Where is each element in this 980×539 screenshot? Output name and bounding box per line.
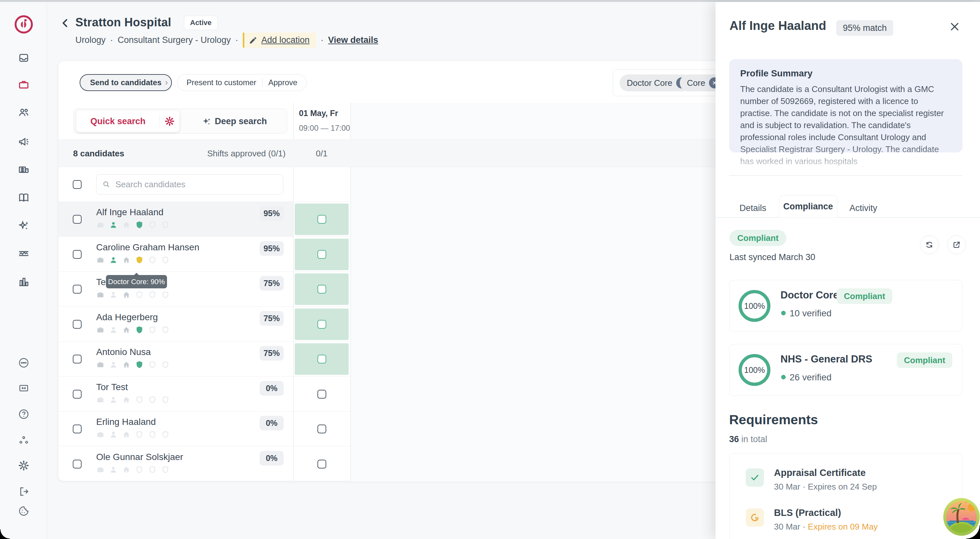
match-percent-badge: 95% (259, 206, 284, 221)
row-checkbox[interactable] (73, 320, 81, 330)
shield-icon (135, 221, 144, 229)
timesheet-icon[interactable] (0, 243, 47, 264)
present-approve-button[interactable]: Present to customer Approve (177, 74, 307, 91)
requirement-title[interactable]: Appraisal Certificate (774, 467, 865, 478)
bar-chart-icon[interactable] (0, 271, 47, 292)
availability-cell[interactable] (295, 343, 348, 375)
requirement-status-icon (746, 469, 764, 486)
users-icon[interactable] (0, 102, 47, 123)
availability-cell[interactable] (295, 204, 348, 235)
megaphone-icon[interactable] (0, 131, 47, 152)
back-button[interactable] (59, 17, 72, 29)
shift-checkbox[interactable] (317, 285, 326, 293)
select-all-checkbox[interactable] (73, 180, 81, 190)
panel-candidate-name: Alf Inge Haaland (729, 19, 826, 33)
row-checkbox[interactable] (73, 250, 81, 260)
shield-icon (148, 221, 157, 229)
briefcase-icon[interactable] (0, 74, 47, 95)
requirements-total: 36 in total (729, 434, 767, 444)
code-icon[interactable] (0, 352, 47, 373)
compliance-card-title: NHS - General DRS (781, 353, 872, 365)
tab-activity[interactable]: Activity (845, 199, 881, 217)
briefcase-icon (96, 431, 105, 439)
book-icon[interactable] (0, 187, 47, 208)
sparkles-icon[interactable] (0, 215, 47, 236)
tab-details[interactable]: Details (735, 199, 771, 217)
row-checkbox[interactable] (73, 285, 81, 295)
close-icon[interactable] (947, 19, 963, 35)
search-settings-gear-icon[interactable] (160, 116, 179, 126)
row-checkbox[interactable] (73, 355, 81, 365)
shift-checkbox[interactable] (317, 390, 326, 399)
candidate-row[interactable]: Te 75% (59, 272, 350, 306)
external-link-icon (952, 240, 961, 249)
availability-cell[interactable] (295, 273, 348, 305)
last-synced-label: Last synced March 30 (729, 252, 815, 262)
app-logo[interactable] (0, 13, 47, 36)
candidate-row[interactable]: Alf Inge Haaland 95% (59, 202, 350, 237)
credential-icons (96, 395, 170, 404)
candidate-search (96, 174, 283, 195)
deep-search-tab[interactable]: Deep search (202, 109, 267, 134)
row-checkbox[interactable] (73, 424, 81, 435)
send-to-candidates-button[interactable]: Send to candidates (80, 74, 172, 91)
person-icon (109, 395, 118, 404)
settings-icon[interactable] (0, 455, 47, 476)
briefcase-icon (96, 291, 105, 299)
requirements-heading: Requirements (729, 412, 818, 427)
availability-cell[interactable] (295, 413, 348, 445)
shield-icon (161, 326, 170, 334)
pencil-icon (249, 36, 257, 45)
candidate-row[interactable]: Antonio Nusa 75% (59, 342, 350, 376)
compliant-badge: Compliant (837, 289, 892, 304)
candidate-row[interactable]: Ole Gunnar Solskjaer 0% (59, 447, 350, 481)
check-icon (750, 473, 760, 482)
candidate-row[interactable]: Erling Haaland 0% (59, 411, 350, 447)
availability-cell[interactable] (295, 448, 348, 480)
shift-checkbox[interactable] (317, 424, 326, 433)
shift-checkbox[interactable] (317, 355, 326, 364)
row-checkbox[interactable] (73, 460, 81, 470)
home-icon (122, 395, 130, 404)
shift-checkbox[interactable] (317, 320, 326, 329)
candidate-name: Ole Gunnar Solskjaer (96, 452, 183, 462)
inbox-icon[interactable] (0, 48, 47, 68)
logout-icon[interactable] (0, 481, 47, 502)
tab-compliance[interactable]: Compliance (779, 195, 837, 217)
shift-checkbox[interactable] (317, 215, 326, 224)
help-icon[interactable] (0, 404, 47, 424)
shift-checkbox[interactable] (317, 250, 326, 259)
shield-icon (161, 466, 170, 474)
candidate-row[interactable]: Tor Test 0% (59, 377, 350, 411)
search-input[interactable] (115, 179, 277, 190)
view-details-link[interactable]: View details (328, 35, 378, 45)
availability-cell[interactable] (295, 308, 348, 340)
shield-icon (161, 291, 170, 299)
nodes-icon[interactable] (0, 430, 47, 451)
briefcase-icon (96, 256, 105, 264)
building-icon[interactable] (0, 159, 47, 180)
add-location-button[interactable]: Add location (243, 32, 316, 48)
row-checkbox[interactable] (73, 390, 81, 400)
sync-button[interactable] (920, 235, 939, 254)
cookie-icon[interactable] (0, 501, 47, 521)
open-external-button[interactable] (947, 235, 966, 254)
candidate-row[interactable]: Ada Hegerberg 75% (59, 307, 350, 342)
briefcase-icon (96, 360, 105, 369)
expiring-icon (749, 512, 760, 523)
credential-icons (96, 360, 170, 369)
candidate-name: Alf Inge Haaland (96, 207, 164, 217)
compliance-status-badge: Compliant (729, 230, 786, 246)
briefcase-icon (96, 395, 105, 404)
candidate-row[interactable]: Caroline Graham Hansen 95% (59, 237, 350, 272)
requirement-subtitle: 30 Mar · Expires on 24 Sep (774, 482, 877, 492)
availability-cell[interactable] (295, 378, 348, 410)
breadcrumb-specialty: Urology (75, 35, 106, 45)
row-checkbox[interactable] (73, 215, 81, 225)
requirement-title[interactable]: BLS (Practical) (774, 507, 841, 518)
quick-search-tab[interactable]: Quick search (76, 110, 179, 132)
hospital-icon[interactable] (0, 378, 47, 399)
profile-summary-title: Profile Summary (740, 68, 951, 79)
shift-checkbox[interactable] (317, 460, 326, 469)
availability-cell[interactable] (295, 239, 348, 270)
